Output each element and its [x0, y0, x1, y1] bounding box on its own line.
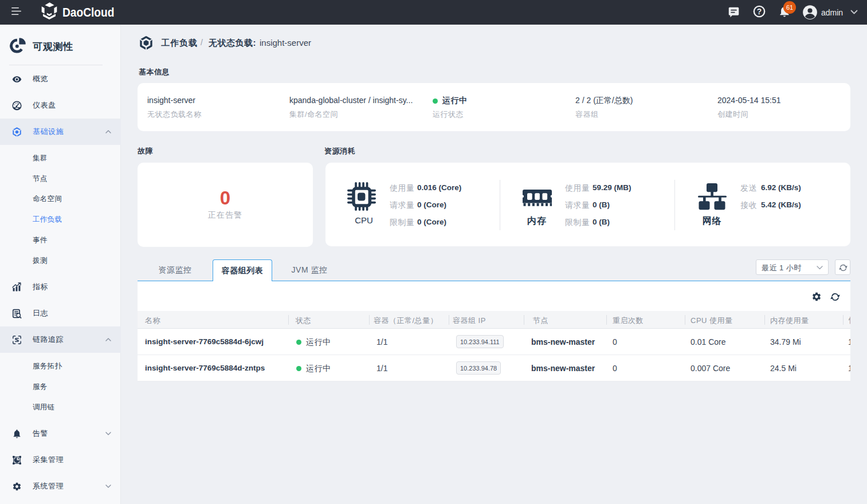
svg-text:?: ? — [757, 7, 762, 16]
